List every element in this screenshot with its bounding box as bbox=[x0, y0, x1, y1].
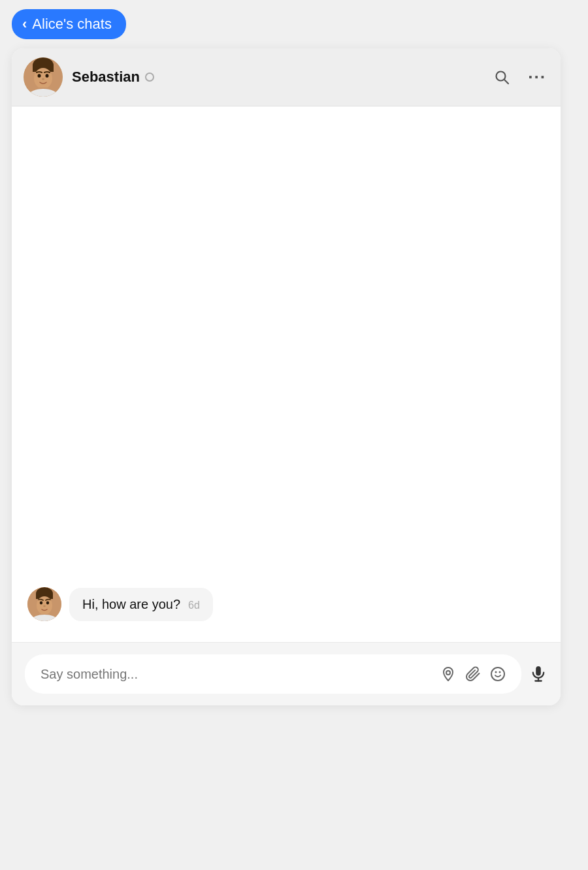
svg-point-15 bbox=[40, 602, 42, 605]
svg-point-6 bbox=[42, 78, 44, 80]
chevron-left-icon: ‹ bbox=[22, 17, 27, 31]
svg-point-16 bbox=[46, 602, 49, 605]
attach-button[interactable] bbox=[465, 666, 481, 682]
paperclip-icon bbox=[465, 666, 481, 682]
header-actions: ··· bbox=[491, 65, 549, 90]
mic-button[interactable] bbox=[529, 665, 547, 683]
back-button[interactable]: ‹ Alice's chats bbox=[12, 9, 126, 39]
sender-avatar bbox=[27, 587, 61, 621]
input-action-icons bbox=[440, 666, 506, 682]
message-input[interactable] bbox=[41, 667, 440, 682]
messages-area: Hi, how are you? 6d bbox=[12, 106, 561, 642]
search-button[interactable] bbox=[491, 67, 512, 88]
avatar bbox=[24, 57, 63, 97]
svg-line-10 bbox=[504, 80, 508, 84]
input-area bbox=[12, 642, 561, 705]
svg-point-4 bbox=[38, 74, 41, 78]
emoji-button[interactable] bbox=[490, 666, 506, 682]
emoji-icon bbox=[490, 666, 506, 682]
chat-header: Sebastian ··· bbox=[12, 48, 561, 106]
message-bubble: Hi, how are you? 6d bbox=[69, 588, 213, 621]
message-row: Hi, how are you? 6d bbox=[27, 587, 545, 621]
svg-point-17 bbox=[43, 605, 46, 607]
message-input-container bbox=[25, 654, 521, 694]
svg-point-21 bbox=[491, 668, 504, 681]
microphone-icon bbox=[529, 665, 547, 683]
back-button-label: Alice's chats bbox=[32, 16, 112, 33]
svg-point-20 bbox=[446, 671, 450, 675]
ellipsis-icon: ··· bbox=[528, 67, 546, 88]
svg-rect-24 bbox=[536, 666, 541, 675]
header-name-area: Sebastian bbox=[72, 69, 482, 86]
location-button[interactable] bbox=[440, 666, 456, 682]
more-options-button[interactable]: ··· bbox=[525, 65, 549, 90]
location-icon bbox=[440, 666, 456, 682]
online-status-indicator bbox=[145, 72, 154, 82]
search-icon bbox=[494, 69, 510, 85]
svg-point-5 bbox=[46, 74, 49, 78]
message-text: Hi, how are you? bbox=[82, 597, 180, 612]
chat-window: Sebastian ··· bbox=[12, 48, 561, 705]
contact-name: Sebastian bbox=[72, 69, 140, 86]
message-timestamp: 6d bbox=[188, 600, 200, 611]
